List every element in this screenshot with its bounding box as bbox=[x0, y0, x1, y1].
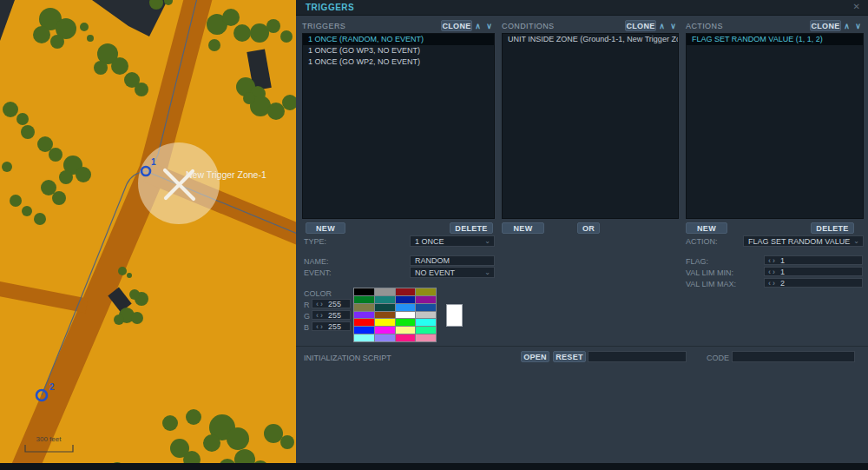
move-trigger-down-icon[interactable]: ∨ bbox=[483, 22, 495, 30]
type-dropdown[interactable]: 1 ONCE ⌄ bbox=[410, 235, 495, 247]
trigger-zone-label: New Trigger Zone-1 bbox=[186, 169, 266, 180]
delete-action-button[interactable]: DELETE bbox=[811, 222, 854, 234]
conditions-column-header: CONDITIONS CLONE ∧ ∨ bbox=[502, 19, 679, 32]
b-spinner[interactable]: ‹ › 255 bbox=[312, 321, 351, 331]
triggers-header-label: TRIGGERS bbox=[302, 22, 441, 30]
map-scale-label: 300 feet bbox=[36, 435, 62, 443]
palette-swatch[interactable] bbox=[416, 312, 436, 319]
spin-left-icon[interactable]: ‹ bbox=[765, 256, 772, 265]
reset-script-button[interactable]: RESET bbox=[553, 351, 586, 362]
spin-left-icon[interactable]: ‹ bbox=[312, 311, 319, 320]
palette-swatch[interactable] bbox=[396, 327, 416, 334]
palette-swatch[interactable] bbox=[396, 319, 416, 326]
color-label: COLOR bbox=[304, 289, 332, 298]
palette-swatch[interactable] bbox=[416, 334, 436, 341]
move-condition-up-icon[interactable]: ∧ bbox=[656, 22, 667, 30]
editor-screen: New Trigger Zone-1 1 2 300 feet TRIGGERS… bbox=[0, 0, 868, 470]
panel-titlebar[interactable]: TRIGGERS ✕ bbox=[296, 0, 868, 16]
move-trigger-up-icon[interactable]: ∧ bbox=[472, 22, 483, 30]
palette-swatch[interactable] bbox=[416, 319, 436, 326]
map-canvas[interactable]: New Trigger Zone-1 1 2 300 feet bbox=[0, 0, 296, 470]
val-lim-max-spinner[interactable]: ‹ › 2 bbox=[764, 278, 863, 288]
event-dropdown[interactable]: NO EVENT ⌄ bbox=[410, 267, 495, 278]
val-lim-min-spinner[interactable]: ‹ › 1 bbox=[764, 267, 863, 276]
palette-swatch[interactable] bbox=[375, 312, 395, 319]
delete-trigger-button[interactable]: DELETE bbox=[450, 222, 493, 234]
palette-swatch[interactable] bbox=[416, 327, 436, 334]
clone-triggers-button[interactable]: CLONE bbox=[441, 20, 472, 31]
list-item[interactable]: 1 ONCE (GO WP2, NO EVENT) bbox=[303, 56, 494, 68]
palette-swatch[interactable] bbox=[354, 312, 374, 319]
actions-column-header: ACTIONS CLONE ∧ ∨ bbox=[686, 19, 864, 32]
palette-swatch[interactable] bbox=[354, 319, 374, 326]
list-item[interactable]: UNIT INSIDE ZONE (Ground-1-1, New Trigge… bbox=[503, 34, 678, 45]
palette-swatch[interactable] bbox=[354, 304, 374, 311]
palette-swatch[interactable] bbox=[416, 296, 436, 303]
clone-action-button[interactable]: CLONE bbox=[810, 20, 841, 31]
open-script-button[interactable]: OPEN bbox=[521, 351, 549, 362]
event-label: EVENT: bbox=[304, 268, 332, 277]
r-spinner[interactable]: ‹ › 255 bbox=[312, 299, 351, 308]
name-input[interactable]: RANDOM bbox=[410, 255, 495, 266]
palette-swatch[interactable] bbox=[354, 296, 374, 303]
waypoint-1-label: 1 bbox=[151, 157, 156, 167]
palette-swatch[interactable] bbox=[375, 304, 395, 311]
palette-swatch[interactable] bbox=[354, 334, 374, 341]
spin-left-icon[interactable]: ‹ bbox=[765, 268, 772, 276]
palette-swatch[interactable] bbox=[354, 288, 374, 295]
g-spinner[interactable]: ‹ › 255 bbox=[312, 310, 351, 320]
palette-swatch[interactable] bbox=[375, 288, 395, 295]
new-trigger-button[interactable]: NEW bbox=[306, 222, 345, 234]
flag-spinner[interactable]: ‹ › 1 bbox=[764, 255, 863, 265]
action-value: FLAG SET RANDOM VALUE bbox=[744, 237, 853, 246]
list-item[interactable]: 1 ONCE (RANDOM, NO EVENT) bbox=[303, 34, 494, 45]
palette-swatch[interactable] bbox=[354, 327, 374, 334]
chevron-down-icon: ⌄ bbox=[484, 237, 494, 245]
g-label: G bbox=[304, 312, 310, 321]
actions-header-label: ACTIONS bbox=[686, 22, 810, 30]
chevron-down-icon: ⌄ bbox=[484, 268, 494, 276]
move-action-up-icon[interactable]: ∧ bbox=[841, 22, 852, 30]
spin-left-icon[interactable]: ‹ bbox=[312, 322, 319, 331]
type-label: TYPE: bbox=[304, 237, 326, 246]
palette-swatch[interactable] bbox=[396, 312, 416, 319]
conditions-list[interactable]: UNIT INSIDE ZONE (Ground-1-1, New Trigge… bbox=[502, 33, 679, 219]
close-icon[interactable]: ✕ bbox=[853, 2, 860, 11]
selected-color-swatch bbox=[446, 304, 463, 327]
script-input[interactable] bbox=[588, 351, 687, 362]
flag-value: 1 bbox=[776, 256, 785, 265]
palette-swatch[interactable] bbox=[375, 319, 395, 326]
action-dropdown[interactable]: FLAG SET RANDOM VALUE ⌄ bbox=[743, 235, 864, 247]
palette-swatch[interactable] bbox=[375, 327, 395, 334]
move-action-down-icon[interactable]: ∨ bbox=[852, 22, 864, 30]
actions-list[interactable]: FLAG SET RANDOM VALUE (1, 1, 2) bbox=[686, 33, 864, 219]
or-condition-button[interactable]: OR bbox=[577, 222, 600, 234]
action-label: ACTION: bbox=[686, 237, 718, 246]
map-view[interactable]: New Trigger Zone-1 1 2 300 feet bbox=[0, 0, 296, 470]
b-label: B bbox=[304, 323, 309, 332]
palette-swatch[interactable] bbox=[396, 288, 416, 295]
conditions-header-label: CONDITIONS bbox=[502, 22, 625, 30]
color-palette[interactable] bbox=[353, 288, 437, 342]
triggers-column-header: TRIGGERS CLONE ∧ ∨ bbox=[302, 19, 495, 32]
triggers-list[interactable]: 1 ONCE (RANDOM, NO EVENT)1 ONCE (GO WP3,… bbox=[302, 33, 495, 219]
palette-swatch[interactable] bbox=[396, 304, 416, 311]
bottom-bar bbox=[0, 463, 868, 470]
new-condition-button[interactable]: NEW bbox=[502, 222, 544, 234]
spin-left-icon[interactable]: ‹ bbox=[312, 300, 319, 308]
palette-swatch[interactable] bbox=[375, 334, 395, 341]
palette-swatch[interactable] bbox=[396, 334, 416, 341]
clone-condition-button[interactable]: CLONE bbox=[625, 20, 656, 31]
palette-swatch[interactable] bbox=[416, 288, 436, 295]
list-item[interactable]: 1 ONCE (GO WP3, NO EVENT) bbox=[303, 45, 494, 56]
palette-swatch[interactable] bbox=[396, 296, 416, 303]
palette-swatch[interactable] bbox=[416, 304, 436, 311]
triggers-panel: TRIGGERS ✕ TRIGGERS CLONE ∧ ∨ CONDITIONS… bbox=[296, 0, 868, 470]
move-condition-down-icon[interactable]: ∨ bbox=[667, 22, 679, 30]
val-lim-max-label: VAL LIM MAX: bbox=[686, 280, 736, 288]
list-item[interactable]: FLAG SET RANDOM VALUE (1, 1, 2) bbox=[687, 34, 863, 45]
palette-swatch[interactable] bbox=[375, 296, 395, 303]
spin-left-icon[interactable]: ‹ bbox=[765, 279, 772, 288]
code-input[interactable] bbox=[732, 351, 855, 362]
new-action-button[interactable]: NEW bbox=[686, 222, 727, 234]
